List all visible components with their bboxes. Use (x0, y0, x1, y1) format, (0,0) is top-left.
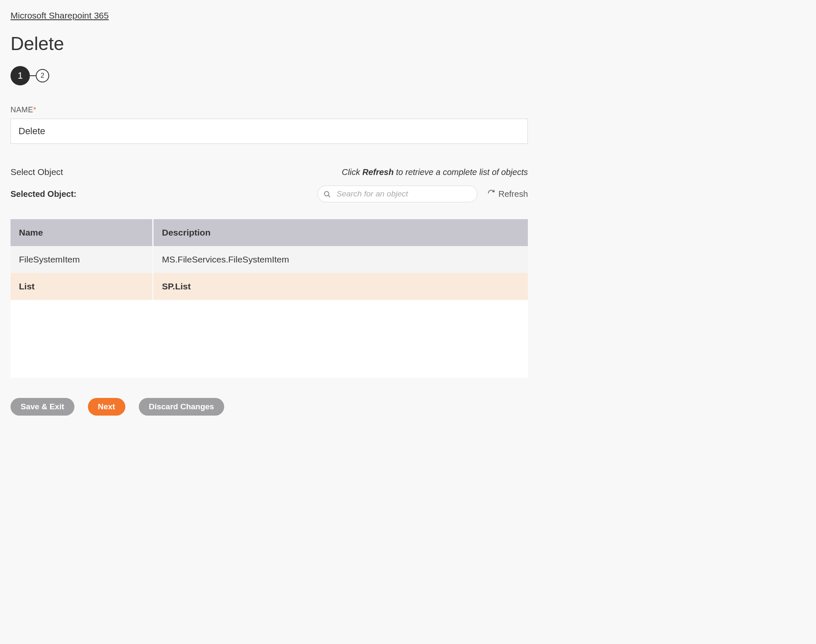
col-header-name[interactable]: Name (11, 219, 154, 246)
step-connector (30, 75, 36, 76)
cell-name: FileSystemItem (11, 246, 154, 273)
page-title: Delete (11, 33, 528, 54)
required-asterisk: * (33, 106, 37, 114)
refresh-icon (487, 189, 495, 199)
refresh-button[interactable]: Refresh (487, 189, 528, 199)
cell-description: MS.FileServices.FileSystemItem (154, 246, 528, 273)
refresh-label: Refresh (498, 189, 528, 199)
discard-changes-button[interactable]: Discard Changes (139, 398, 224, 416)
refresh-hint: Click Refresh to retrieve a complete lis… (342, 167, 528, 177)
name-input[interactable] (11, 119, 528, 144)
table-row[interactable]: List SP.List (11, 273, 528, 300)
hint-post: to retrieve a complete list of objects (394, 167, 528, 177)
cell-name: List (11, 273, 154, 300)
search-container (318, 186, 477, 202)
select-object-label: Select Object (11, 167, 63, 177)
selected-object-label: Selected Object: (11, 189, 77, 199)
object-table: Name Description FileSystemItem MS.FileS… (11, 219, 528, 378)
step-2[interactable]: 2 (36, 69, 49, 82)
step-1[interactable]: 1 (11, 66, 30, 85)
name-label-text: NAME (11, 106, 33, 114)
breadcrumb-link[interactable]: Microsoft Sharepoint 365 (11, 11, 109, 21)
hint-pre: Click (342, 167, 363, 177)
hint-strong: Refresh (362, 167, 393, 177)
cell-description: SP.List (154, 273, 528, 300)
wizard-stepper: 1 2 (11, 66, 528, 85)
save-exit-button[interactable]: Save & Exit (11, 398, 74, 416)
table-empty-space (11, 300, 528, 378)
search-input[interactable] (318, 186, 477, 202)
col-header-description[interactable]: Description (154, 219, 528, 246)
name-field-label: NAME* (11, 106, 528, 114)
table-row[interactable]: FileSystemItem MS.FileServices.FileSyste… (11, 246, 528, 273)
next-button[interactable]: Next (88, 398, 125, 416)
